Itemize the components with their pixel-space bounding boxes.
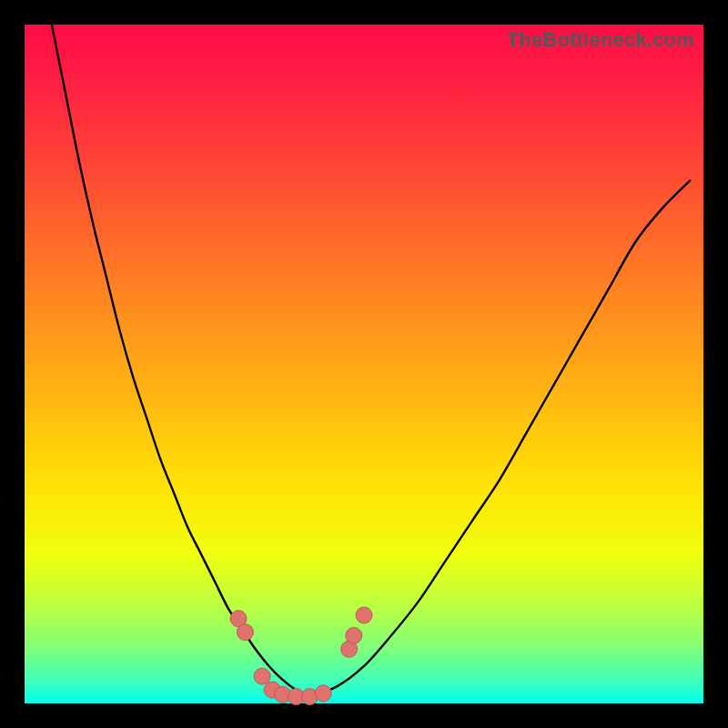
curve-marker [254,668,270,684]
curve-marker [315,685,331,702]
plot-area: TheBottleneck.com [25,25,703,703]
watermark-text: TheBottleneck.com [507,28,694,52]
chart-svg [25,25,703,703]
curve-marker [237,624,253,641]
curve-markers [230,607,372,705]
curve-marker [346,627,362,643]
bottleneck-curve [52,25,690,695]
curve-marker [356,607,372,623]
chart-frame: TheBottleneck.com [0,0,728,728]
